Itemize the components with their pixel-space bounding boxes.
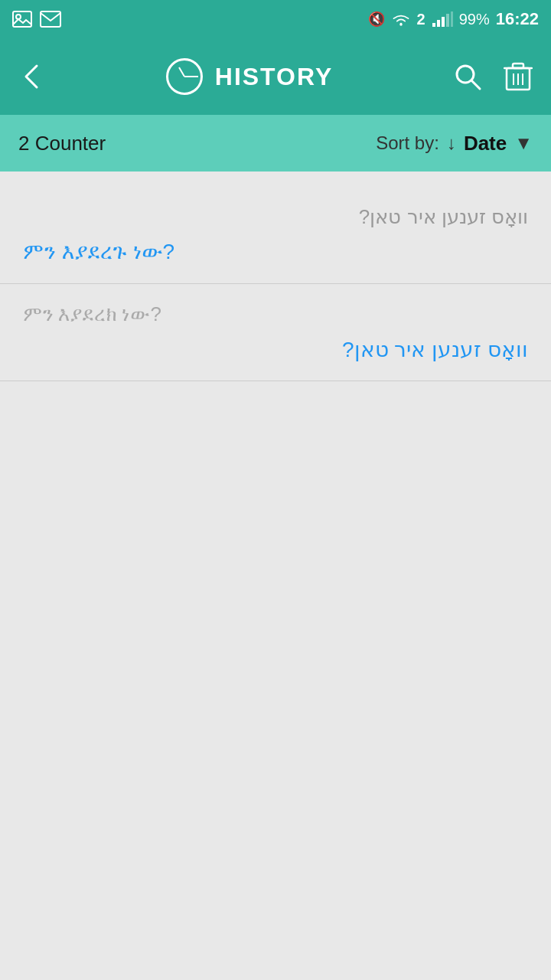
history-answer-2: וואָס זענען איר טאן? — [23, 337, 528, 362]
history-question-1: וואָס זענען איר טאן? — [23, 205, 528, 229]
email-icon — [40, 11, 61, 28]
wifi-icon — [391, 11, 411, 28]
svg-rect-5 — [437, 20, 440, 27]
back-icon — [18, 63, 46, 90]
svg-rect-6 — [442, 17, 445, 27]
sort-controls[interactable]: Sort by: ↓ Date ▼ — [376, 132, 533, 155]
signal-icon — [432, 11, 453, 28]
battery-text: 99% — [459, 11, 490, 28]
svg-rect-13 — [513, 64, 523, 68]
app-bar-title-text: HISTORY — [215, 63, 333, 91]
sort-field-label: Date — [464, 132, 507, 155]
clock-minute-hand — [184, 76, 198, 77]
status-bar: 🔇 2 99% 16:22 — [0, 0, 551, 38]
svg-rect-7 — [446, 14, 449, 27]
history-answer-1: ምን እያደረጉ ነው? — [23, 240, 528, 265]
svg-rect-2 — [41, 11, 60, 27]
search-button[interactable] — [453, 62, 482, 91]
app-bar-actions — [453, 60, 533, 93]
svg-rect-0 — [13, 11, 31, 27]
app-bar: HISTORY — [0, 38, 551, 115]
svg-rect-4 — [432, 23, 435, 27]
clock-icon — [166, 58, 203, 95]
mute-icon: 🔇 — [368, 11, 385, 28]
back-button[interactable] — [18, 63, 46, 90]
sort-arrow-icon: ↓ — [447, 132, 456, 154]
sort-dropdown-icon[interactable]: ▼ — [514, 132, 533, 154]
svg-rect-8 — [451, 11, 453, 27]
status-left-icons — [12, 11, 61, 28]
search-icon — [453, 62, 482, 91]
svg-point-3 — [399, 23, 402, 25]
delete-button[interactable] — [504, 60, 533, 93]
notification-badge: 2 — [417, 11, 425, 28]
trash-icon — [504, 60, 533, 93]
app-bar-title-group: HISTORY — [166, 58, 333, 95]
history-item[interactable]: וואָס זענען איר טאן? ምን እያደረጉ ነው? — [0, 187, 551, 284]
image-icon — [12, 11, 32, 28]
history-question-2: ምን እያደረክ ነው? — [23, 302, 528, 326]
status-time: 16:22 — [496, 9, 539, 29]
history-item[interactable]: ምን እያደረክ ነው? וואָס זענען איר טאן? — [0, 284, 551, 381]
sort-by-label: Sort by: — [376, 132, 439, 154]
sort-bar: 2 Counter Sort by: ↓ Date ▼ — [0, 115, 551, 172]
counter-label: 2 Counter — [18, 132, 106, 155]
history-list: וואָס זענען איר טאן? ምን እያደረጉ ነው? ምን እያደ… — [0, 172, 551, 397]
status-right-icons: 🔇 2 99% 16:22 — [368, 9, 539, 29]
svg-line-10 — [471, 80, 480, 89]
